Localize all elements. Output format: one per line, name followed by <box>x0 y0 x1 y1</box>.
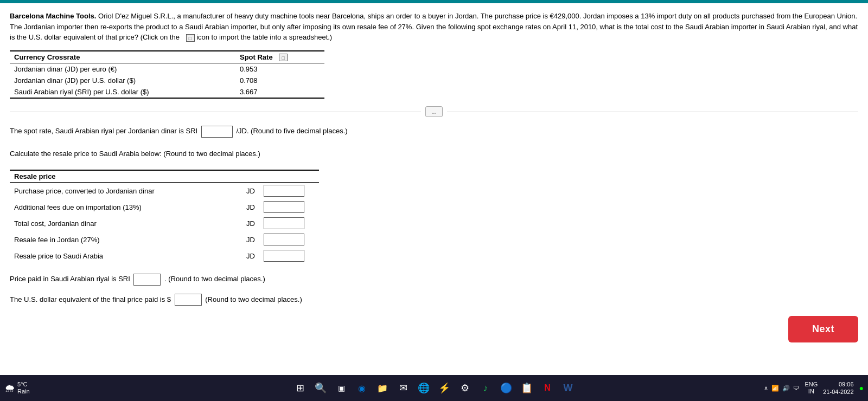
crossrate-1: Jordanian dinar (JD) per euro (€) <box>10 63 235 75</box>
resale-input-cell-1 <box>259 183 319 199</box>
divider-line-left <box>10 112 421 112</box>
spot-rate-3: 3.667 <box>235 86 324 98</box>
resale-row-2: Additional fees due on importation (13%)… <box>10 199 319 215</box>
resale-table: Resale price Purchase price, converted t… <box>10 170 319 264</box>
date-display: 21-04-2022 <box>823 388 853 396</box>
usd-equivalent-question: The U.S. dollar equivalent of the final … <box>10 293 858 306</box>
chrome-icon[interactable]: 🌐 <box>416 380 431 396</box>
taskbar-datetime[interactable]: 09:06 21-04-2022 <box>823 380 853 396</box>
taskbar-left: 🌧 5°C Rain <box>4 381 35 395</box>
divider-row: ... <box>10 106 858 117</box>
resale-prefix: Calculate the resale price to Saudi Arab… <box>10 150 162 158</box>
lang-label: ENG <box>805 381 818 388</box>
price-paid-question: Price paid in Saudi Arabian riyal is SRI… <box>10 273 858 286</box>
systray: ∧ 📶 🔊 🗨 <box>764 385 799 392</box>
taskbar-weather: 🌧 5°C Rain <box>4 381 30 395</box>
col1-header: Currency Crossrate <box>10 51 235 63</box>
resale-label-1: Purchase price, converted to Jordanian d… <box>10 183 233 199</box>
edge2-icon[interactable]: 🔵 <box>499 380 514 396</box>
click-note2: icon to import the table into a spreadsh… <box>196 33 332 41</box>
content-area: Barcelona Machine Tools. Oriol D'ez Migu… <box>0 3 868 375</box>
resale-currency-5: JD <box>233 248 259 264</box>
windows-start-icon[interactable]: ⊞ <box>292 380 308 396</box>
taskbar-right: ∧ 📶 🔊 🗨 ENG IN 09:06 21-04-2022 ● <box>764 380 864 396</box>
usd-input[interactable] <box>175 294 202 306</box>
weather-icon: 🌧 <box>4 382 15 394</box>
edge-icon[interactable]: ◉ <box>354 380 369 396</box>
usd-suffix: (Round to two decimal places.) <box>205 295 302 303</box>
col2-header: Spot Rate □ <box>235 51 324 63</box>
spot-rate-suffix: /JD. (Round to five decimal places.) <box>236 127 347 135</box>
usd-prefix: The U.S. dollar equivalent of the final … <box>10 295 171 303</box>
onenote-icon[interactable]: 📋 <box>519 380 534 396</box>
language-badge[interactable]: ENG IN <box>805 381 818 395</box>
resale-question: Calculate the resale price to Saudi Arab… <box>10 147 858 160</box>
import-icon[interactable]: □ <box>186 34 195 42</box>
crossrate-3: Saudi Arabian riyal (SRI) per U.S. dolla… <box>10 86 235 98</box>
volume-icon[interactable]: 🔊 <box>782 385 790 392</box>
crossrate-2: Jordanian dinar (JD) per U.S. dollar ($) <box>10 75 235 86</box>
spotify-icon[interactable]: ♪ <box>478 380 493 396</box>
resale-row-3: Total cost, Jordanian dinar JD <box>10 215 319 231</box>
divider-line-right <box>447 112 858 112</box>
price-paid-suffix: . (Round to two decimal places.) <box>164 275 265 283</box>
price-paid-input[interactable] <box>133 274 161 286</box>
problem-text: Barcelona Machine Tools. Oriol D'ez Migu… <box>10 11 858 43</box>
resale-input-1[interactable] <box>264 185 304 197</box>
resale-currency-4: JD <box>233 231 259 248</box>
resale-section: Calculate the resale price to Saudi Arab… <box>10 147 858 264</box>
resale-currency-2: JD <box>233 199 259 215</box>
file-explorer-icon[interactable]: 📁 <box>375 380 390 396</box>
weather-temp: 5°C <box>17 381 30 388</box>
resale-currency-3: JD <box>233 215 259 231</box>
network-icon[interactable]: 📶 <box>771 385 779 392</box>
time-display: 09:06 <box>823 380 853 388</box>
resale-row-5: Resale price to Saudi Arabia JD <box>10 248 319 264</box>
task-view-icon[interactable]: ▣ <box>334 380 349 396</box>
taskbar: 🌧 5°C Rain ⊞ 🔍 ▣ ◉ 📁 ✉ 🌐 ⚡ ⚙ ♪ 🔵 📋 N W ∧… <box>0 375 868 401</box>
sublime-icon[interactable]: ⚡ <box>437 380 452 396</box>
table-row: Jordanian dinar (JD) per U.S. dollar ($)… <box>10 75 324 86</box>
spot-rate-input[interactable] <box>201 126 233 138</box>
resale-input-2[interactable] <box>264 201 304 213</box>
spot-rate-prefix: The spot rate, Saudi Arabian riyal per J… <box>10 127 200 135</box>
settings-icon[interactable]: ⚙ <box>457 380 473 396</box>
region-label: IN <box>805 388 818 395</box>
resale-row-1: Purchase price, converted to Jordanian d… <box>10 183 319 199</box>
next-btn-container: Next <box>788 316 858 342</box>
resale-label-4: Resale fee in Jordan (27%) <box>10 231 233 248</box>
intro-text: Oriol D'ez Miguel S.R.L., a manufacturer… <box>10 12 858 41</box>
next-button[interactable]: Next <box>788 316 858 342</box>
chevron-up-icon[interactable]: ∧ <box>764 385 768 392</box>
collapse-button[interactable]: ... <box>425 106 443 117</box>
spot-rate-question: The spot rate, Saudi Arabian riyal per J… <box>10 125 858 138</box>
netflix-icon[interactable]: N <box>540 380 555 396</box>
click-note: (Click on the <box>141 33 182 41</box>
weather-desc: Rain <box>17 388 30 395</box>
resale-row-4: Resale fee in Jordan (27%) JD <box>10 231 319 248</box>
word-icon[interactable]: W <box>560 380 576 396</box>
resale-label-2: Additional fees due on importation (13%) <box>10 199 233 215</box>
resale-input-cell-3 <box>259 215 319 231</box>
bold-intro: Barcelona Machine Tools. <box>10 12 96 20</box>
resale-header: Resale price <box>10 170 319 183</box>
resale-input-5[interactable] <box>264 250 304 262</box>
spot-rate-2: 0.708 <box>235 75 324 86</box>
resale-label-3: Total cost, Jordanian dinar <box>10 215 233 231</box>
resale-currency-1: JD <box>233 183 259 199</box>
resale-input-cell-4 <box>259 231 319 248</box>
resale-input-3[interactable] <box>264 217 304 229</box>
table-row: Jordanian dinar (JD) per euro (€) 0.953 <box>10 63 324 75</box>
price-paid-prefix: Price paid in Saudi Arabian riyal is SRI <box>10 275 132 283</box>
resale-header-row: Resale price <box>10 170 319 183</box>
resale-input-4[interactable] <box>264 234 304 245</box>
weather-text: 5°C Rain <box>17 381 30 395</box>
spot-rate-1: 0.953 <box>235 63 324 75</box>
resale-input-cell-5 <box>259 248 319 264</box>
search-icon[interactable]: 🔍 <box>313 380 328 396</box>
table-row: Saudi Arabian riyal (SRI) per U.S. dolla… <box>10 86 324 98</box>
table-import-icon[interactable]: □ <box>279 54 288 61</box>
mail-icon[interactable]: ✉ <box>395 380 411 396</box>
notifications-icon[interactable]: 🗨 <box>793 385 799 391</box>
resale-input-cell-2 <box>259 199 319 215</box>
